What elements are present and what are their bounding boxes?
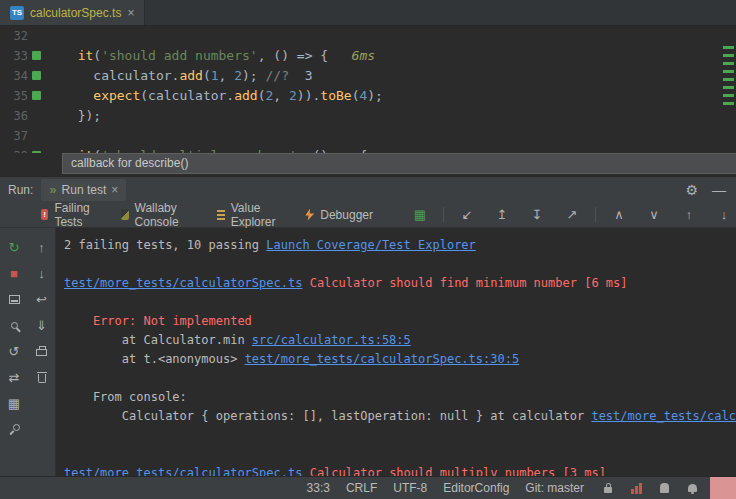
editor-line[interactable]: 33 it('should add numbers', () => { 6ms xyxy=(0,46,736,66)
debugger-icon xyxy=(305,209,314,221)
tab-debugger[interactable]: Debugger xyxy=(294,202,384,227)
run-toolbar: Failing TestsWallaby ConsoleValue Explor… xyxy=(0,202,736,228)
git-branch[interactable]: Git: master xyxy=(525,481,584,495)
soft-wrap-icon[interactable]: ↩ xyxy=(30,286,54,312)
restore-layout-icon[interactable] xyxy=(2,286,26,312)
scroll-to-end-icon[interactable]: ⇓ xyxy=(30,312,54,338)
console-link[interactable]: test/more_tests/calculatorSpec.ts:30:5 xyxy=(245,352,520,366)
lock-icon[interactable] xyxy=(600,478,616,498)
console-text xyxy=(302,276,309,290)
console-text: Calculator should find minimum number [6… xyxy=(310,276,628,290)
search-icon[interactable] xyxy=(2,312,26,338)
inspector-icon[interactable] xyxy=(656,478,672,498)
run-strip-secondary: ↑↓↩⇓ xyxy=(28,228,56,476)
console-text: Calculator { operations: [], lastOperati… xyxy=(64,409,591,423)
editor-lines: 3233 it('should add numbers', () => { 6m… xyxy=(0,26,736,153)
coverage-stripe-mark[interactable] xyxy=(723,46,734,49)
caret-position[interactable]: 33:3 xyxy=(307,481,330,495)
editor-line[interactable]: 34 calculator.add(1, 2); //? 3 xyxy=(0,66,736,86)
code-text: }); xyxy=(62,106,101,126)
editor-tab-title: calculatorSpec.ts xyxy=(30,6,121,20)
clear-all-icon[interactable] xyxy=(30,364,54,390)
wallaby-chart-icon[interactable] xyxy=(628,478,644,498)
scroll-down-icon[interactable]: ↓ xyxy=(712,202,736,228)
coverage-stripe-mark[interactable] xyxy=(723,54,734,57)
coverage-stripe-mark[interactable] xyxy=(723,86,734,89)
editor-line[interactable]: 37 xyxy=(0,126,736,146)
console-line xyxy=(64,445,736,464)
coverage-square[interactable] xyxy=(30,146,62,153)
line-number: 32 xyxy=(0,26,30,46)
console-text: 2 failing tests, 10 passing xyxy=(64,238,266,252)
move-up-icon[interactable]: ↥ xyxy=(490,202,514,228)
coverage-stripe-mark[interactable] xyxy=(723,62,734,65)
console-link[interactable]: test/more_tests/calculatorSpec.ts xyxy=(64,276,302,290)
settings-gear-icon[interactable]: ⚙ xyxy=(685,182,698,198)
editor-line[interactable]: 38 it('should multiply numbers', () => { xyxy=(0,146,736,153)
separator xyxy=(443,207,444,222)
coverage-icon[interactable]: ▦ xyxy=(408,202,432,228)
editor-line[interactable]: 32 xyxy=(0,26,736,46)
refresh-icon[interactable]: ↺ xyxy=(2,338,26,364)
navigate-next-icon[interactable]: ↗ xyxy=(560,202,584,228)
coverage-square[interactable] xyxy=(30,86,62,106)
tab-label: Debugger xyxy=(320,208,373,222)
memory-indicator-block[interactable] xyxy=(710,477,736,499)
close-icon[interactable]: × xyxy=(111,183,118,197)
run-strip-primary: ↻■↺⇄▦ xyxy=(0,228,28,476)
prev-occurrence-icon[interactable]: ↑ xyxy=(30,234,54,260)
coverage-stripe-mark[interactable] xyxy=(723,94,734,97)
notifications-bell-icon[interactable] xyxy=(684,478,700,498)
tab-wallaby-console[interactable]: Wallaby Console xyxy=(110,202,206,227)
options-grid-icon[interactable]: ▦ xyxy=(2,390,26,416)
line-ending[interactable]: CRLF xyxy=(346,481,377,495)
console-link[interactable]: test/more_tests/calcula xyxy=(591,409,736,423)
code-text: expect(calculator.add(2, 2)).toBe(4); xyxy=(62,86,383,106)
tab-label: Wallaby Console xyxy=(135,201,196,229)
console-text: From console: xyxy=(64,390,187,404)
console-link[interactable]: test/more_tests/calculatorSpec.ts xyxy=(64,466,302,476)
editor-line[interactable]: 35 expect(calculator.add(2, 2)).toBe(4); xyxy=(0,86,736,106)
console-text: at t.<anonymous> xyxy=(64,352,245,366)
line-number: 38 xyxy=(0,146,30,153)
encoding[interactable]: UTF-8 xyxy=(393,481,427,495)
rerun-icon[interactable]: ↻ xyxy=(2,234,26,260)
coverage-stripe-mark[interactable] xyxy=(723,70,734,73)
expand-all-icon[interactable]: ∧ xyxy=(607,202,631,228)
navigate-prev-icon[interactable]: ↙ xyxy=(455,202,479,228)
coverage-square[interactable] xyxy=(30,46,62,66)
console-link[interactable]: src/calculator.ts:58:5 xyxy=(252,333,411,347)
console-line xyxy=(64,293,736,312)
wallaby-console-icon xyxy=(121,209,128,220)
separator xyxy=(595,207,596,222)
console-link[interactable]: Launch Coverage/Test Explorer xyxy=(266,238,476,252)
console-line: Calculator { operations: [], lastOperati… xyxy=(64,407,736,426)
run-tab[interactable]: » Run test × xyxy=(41,179,126,201)
tab-value-explorer[interactable]: Value Explorer xyxy=(206,202,294,227)
print-icon[interactable] xyxy=(30,338,54,364)
code-text: calculator.add(1, 2); //? 3 xyxy=(62,66,312,86)
coverage-square xyxy=(30,106,62,126)
move-down-icon[interactable]: ↧ xyxy=(525,202,549,228)
next-occurrence-icon[interactable]: ↓ xyxy=(30,260,54,286)
status-icons xyxy=(600,478,700,498)
minimize-icon[interactable]: — xyxy=(712,182,726,198)
editor: 3233 it('should add numbers', () => { 6m… xyxy=(0,26,736,176)
scroll-up-icon[interactable]: ↑ xyxy=(677,202,701,228)
coverage-stripe-mark[interactable] xyxy=(723,78,734,81)
history-icon[interactable]: ⇄ xyxy=(2,364,26,390)
close-icon[interactable]: × xyxy=(127,6,134,20)
run-tab-title: Run test xyxy=(62,183,107,197)
ide-window: TS calculatorSpec.ts × 3233 it('should a… xyxy=(0,0,736,499)
editor-line[interactable]: 36 }); xyxy=(0,106,736,126)
coverage-square[interactable] xyxy=(30,66,62,86)
pin-icon[interactable] xyxy=(2,416,26,442)
code-text: it('should multiply numbers', () => { xyxy=(62,146,367,153)
editor-tab[interactable]: TS calculatorSpec.ts × xyxy=(0,0,145,25)
collapse-all-icon[interactable]: ∨ xyxy=(642,202,666,228)
tab-failing-tests[interactable]: Failing Tests xyxy=(30,202,110,227)
editorconfig[interactable]: EditorConfig xyxy=(443,481,509,495)
line-number: 37 xyxy=(0,126,30,146)
coverage-stripe-mark[interactable] xyxy=(723,102,734,105)
stop-icon[interactable]: ■ xyxy=(2,260,26,286)
